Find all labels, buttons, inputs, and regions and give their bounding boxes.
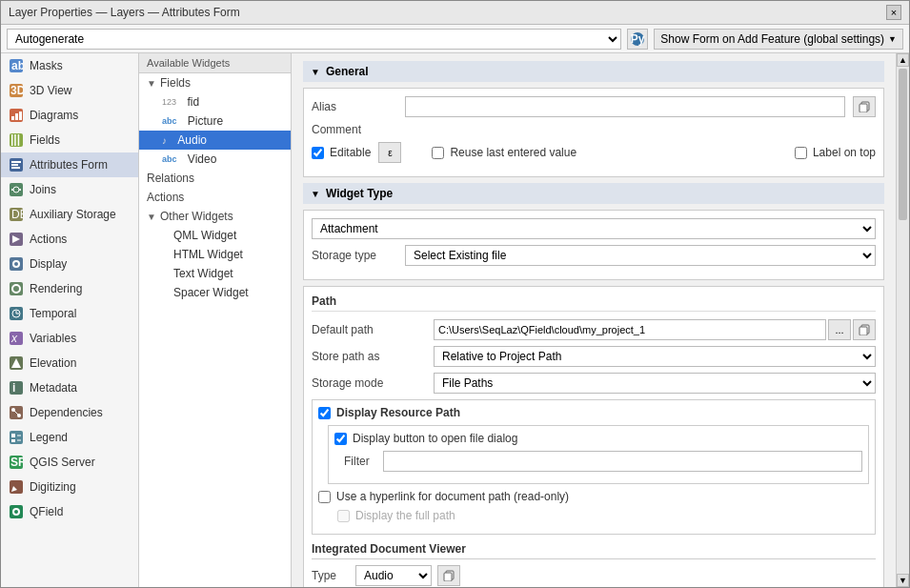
svg-text:|||: |||	[10, 133, 20, 146]
type-copy-button[interactable]	[437, 565, 460, 586]
editable-checkbox[interactable]	[312, 147, 324, 159]
svg-rect-8	[15, 113, 18, 120]
display-full-path-checkbox[interactable]	[337, 510, 350, 522]
show-form-button[interactable]: Show Form on Add Feature (global setting…	[654, 29, 903, 50]
tree-item-fields-group[interactable]: ▼ Fields	[139, 73, 291, 92]
display-resource-section: Display Resource Path Display button to …	[312, 399, 876, 535]
tree-item-video[interactable]: abc Video	[139, 150, 291, 169]
path-section-title: Path	[312, 294, 876, 312]
tree-item-audio[interactable]: ♪ Audio	[139, 131, 291, 150]
tree-item-fid[interactable]: 123 fid	[139, 92, 291, 112]
display-resource-label: Display Resource Path	[336, 406, 460, 419]
sidebar-label-auxiliary-storage: Auxiliary Storage	[30, 208, 116, 221]
picture-label: Picture	[188, 114, 223, 128]
sidebar-label-variables: Variables	[30, 332, 76, 345]
widget-type-arrow-icon: ▼	[311, 189, 320, 199]
svg-rect-9	[19, 112, 22, 120]
metadata-icon: i	[9, 380, 24, 395]
display-icon	[9, 256, 24, 272]
close-button[interactable]: ×	[886, 5, 901, 20]
qml-widget-label: QML Widget	[173, 229, 236, 242]
display-button-checkbox[interactable]	[334, 433, 347, 445]
hyperlink-checkbox[interactable]	[318, 491, 331, 503]
alias-row: Alias	[312, 96, 876, 117]
picture-type-icon: abc	[162, 116, 177, 126]
type-select[interactable]: Audio Video Image Web	[355, 565, 432, 586]
editable-expr-button[interactable]: ε	[378, 142, 401, 163]
filter-input[interactable]	[383, 451, 862, 472]
svg-point-53	[14, 510, 18, 514]
sidebar-item-3d-view[interactable]: 3D 3D View	[1, 78, 138, 103]
sidebar-item-metadata[interactable]: i Metadata	[1, 375, 138, 400]
alias-input[interactable]	[405, 96, 845, 117]
storage-mode-select[interactable]: File Paths	[434, 373, 876, 394]
scroll-thumb[interactable]	[899, 69, 907, 220]
sidebar-label-attributes-form: Attributes Form	[30, 158, 108, 172]
sidebar-label-3d-view: 3D View	[30, 84, 71, 97]
tree-item-picture[interactable]: abc Picture	[139, 112, 291, 131]
default-path-row: Default path ...	[312, 319, 876, 340]
sidebar-label-temporal: Temporal	[30, 307, 76, 320]
svg-point-18	[13, 187, 19, 193]
qgis-server-icon: SRV	[9, 455, 24, 470]
sidebar-item-diagrams[interactable]: Diagrams	[1, 103, 138, 128]
tree-item-html-widget[interactable]: HTML Widget	[139, 245, 291, 264]
video-label: Video	[188, 152, 216, 166]
general-section-header[interactable]: ▼ General	[303, 61, 884, 82]
sidebar-item-masks[interactable]: abc Masks	[1, 53, 138, 78]
label-on-top-checkbox[interactable]	[795, 147, 807, 159]
alias-copy-button[interactable]	[853, 96, 876, 117]
storage-type-select[interactable]: Select Existing file	[405, 245, 876, 266]
tree-item-actions[interactable]: Actions	[139, 188, 291, 207]
sidebar-item-qgis-server[interactable]: SRV QGIS Server	[1, 450, 138, 475]
right-scrollbar: ▲ ▼	[896, 53, 909, 587]
browse-button[interactable]: ...	[828, 319, 851, 340]
sidebar-item-fields[interactable]: ||| Fields	[1, 128, 138, 152]
tree-item-relations[interactable]: Relations	[139, 169, 291, 188]
sidebar-item-rendering[interactable]: Rendering	[1, 276, 138, 301]
svg-rect-55	[859, 104, 867, 112]
copy-path-button[interactable]	[853, 319, 876, 340]
default-path-input[interactable]	[434, 319, 826, 340]
display-full-path-row: Display the full path	[337, 509, 869, 522]
tree-item-spacer-widget[interactable]: Spacer Widget	[139, 283, 291, 302]
sidebar-item-auxiliary-storage[interactable]: DB Auxiliary Storage	[1, 202, 138, 227]
python-icon[interactable]: Py	[627, 29, 648, 50]
tree-item-qml-widget[interactable]: QML Widget	[139, 226, 291, 245]
text-widget-label: Text Widget	[173, 267, 233, 280]
hyperlink-label: Use a hyperlink for document path (read-…	[336, 490, 569, 503]
type-label: Type	[312, 569, 350, 582]
svg-text:3D: 3D	[10, 84, 23, 97]
widget-tree-header: Available Widgets	[139, 53, 291, 73]
widget-type-section-header[interactable]: ▼ Widget Type	[303, 183, 884, 204]
sidebar-item-actions[interactable]: Actions	[1, 227, 138, 252]
tree-item-other-widgets[interactable]: ▼ Other Widgets	[139, 207, 291, 226]
scroll-up-arrow[interactable]: ▲	[897, 53, 909, 67]
store-path-select[interactable]: Relative to Project Path	[434, 346, 876, 367]
scroll-down-arrow[interactable]: ▼	[897, 574, 909, 587]
sidebar: abc Masks 3D 3D View Diagrams |||	[1, 53, 139, 587]
sidebar-item-attributes-form[interactable]: Attributes Form	[1, 152, 138, 177]
sidebar-item-qfield[interactable]: QField	[1, 499, 138, 524]
fields-group-label: Fields	[160, 76, 191, 90]
sidebar-label-display: Display	[30, 257, 67, 271]
sidebar-item-elevation[interactable]: Elevation	[1, 351, 138, 375]
svg-rect-45	[11, 439, 15, 442]
sidebar-item-dependencies[interactable]: Dependencies	[1, 400, 138, 425]
actions-icon	[9, 232, 24, 247]
sidebar-item-joins[interactable]: Joins	[1, 177, 138, 202]
sidebar-label-qgis-server: QGIS Server	[30, 456, 95, 469]
sidebar-item-display[interactable]: Display	[1, 252, 138, 276]
sidebar-item-variables[interactable]: x Variables	[1, 326, 138, 351]
sidebar-label-dependencies: Dependencies	[30, 406, 103, 419]
tree-item-text-widget[interactable]: Text Widget	[139, 264, 291, 283]
reuse-checkbox[interactable]	[432, 147, 444, 159]
filter-row: Filter	[344, 451, 862, 472]
sidebar-item-legend[interactable]: Legend	[1, 425, 138, 450]
autogenerate-select[interactable]: Autogenerate	[7, 29, 621, 50]
sidebar-item-temporal[interactable]: Temporal	[1, 301, 138, 326]
sidebar-label-digitizing: Digitizing	[30, 480, 76, 494]
sidebar-item-digitizing[interactable]: Digitizing	[1, 475, 138, 499]
display-resource-checkbox[interactable]	[318, 407, 331, 419]
widget-type-select[interactable]: Attachment	[312, 218, 876, 239]
